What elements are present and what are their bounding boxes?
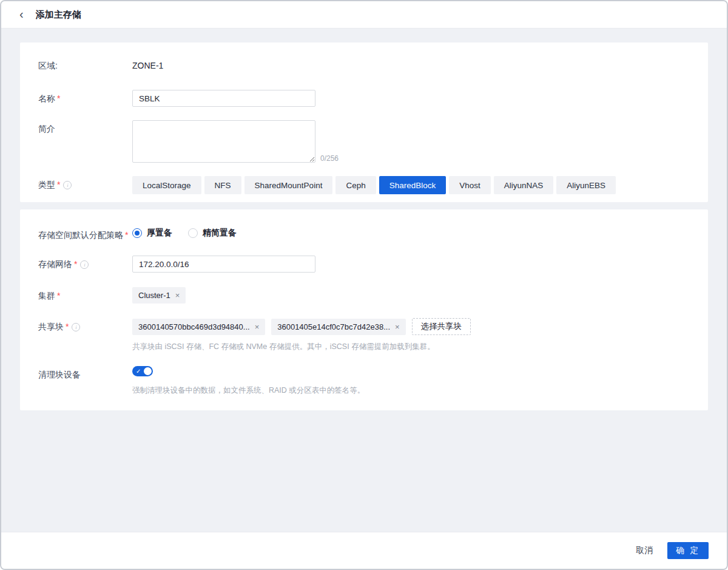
description-label: 简介 xyxy=(38,120,132,135)
char-counter: 0/256 xyxy=(320,154,339,163)
tag: 3600140570bbc469d3d94840...× xyxy=(132,319,265,335)
storage-network-input[interactable] xyxy=(132,256,315,273)
name-input[interactable] xyxy=(132,90,315,107)
cluster-label: 集群* xyxy=(38,287,132,302)
required-mark: * xyxy=(57,291,60,300)
basic-info-card: 区域: ZONE-1 名称* 简介 0/256 xyxy=(20,42,708,202)
remove-tag-icon[interactable]: × xyxy=(395,323,400,331)
name-label: 名称* xyxy=(38,90,132,104)
shared-block-help: 共享块由 iSCSI 存储、FC 存储或 NVMe 存储提供。其中，iSCSI … xyxy=(132,342,690,351)
shared-block-row: 共享块*i 3600140570bbc469d3d94840...×360014… xyxy=(38,318,690,351)
clean-device-row: 清理块设备 ✓ 强制清理块设备中的数据，如文件系统、RAID 或分区表中的签名等… xyxy=(38,366,690,395)
allocation-row: 存储空间默认分配策略* 厚置备精简置备 xyxy=(38,226,690,241)
name-row: 名称* xyxy=(38,90,690,107)
page-content: 区域: ZONE-1 名称* 简介 0/256 xyxy=(1,29,727,532)
radio-icon xyxy=(132,228,142,238)
shared-block-label: 共享块*i xyxy=(38,318,132,333)
network-row: 存储网络*i xyxy=(38,256,690,273)
radio-label: 厚置备 xyxy=(147,228,172,239)
select-shared-block-button[interactable]: 选择共享块 xyxy=(412,318,471,335)
radio-icon xyxy=(188,228,198,238)
toggle-knob xyxy=(144,367,152,375)
allocation-label: 存储空间默认分配策略* xyxy=(38,226,132,241)
page-header: ‹ 添加主存储 xyxy=(1,1,727,29)
toggle-check-icon: ✓ xyxy=(136,367,141,376)
tag-label: Cluster-1 xyxy=(138,291,170,300)
type-option-sharedblock[interactable]: SharedBlock xyxy=(379,176,447,194)
required-mark: * xyxy=(57,93,60,103)
sharedblock-settings-card: 存储空间默认分配策略* 厚置备精简置备 存储网络*i 集群* Cluster-1… xyxy=(20,209,708,410)
info-icon[interactable]: i xyxy=(63,181,72,189)
page-title: 添加主存储 xyxy=(36,9,81,21)
required-mark: * xyxy=(57,180,60,189)
description-row: 简介 0/256 xyxy=(38,120,690,163)
tag: 36001405e14cf0c7bc7d42e38...× xyxy=(271,319,405,335)
tag-label: 3600140570bbc469d3d94840... xyxy=(138,322,250,331)
type-option-aliyunebs[interactable]: AliyunEBS xyxy=(556,176,616,194)
info-icon[interactable]: i xyxy=(80,260,89,269)
type-row: 类型*i LocalStorageNFSSharedMountPointCeph… xyxy=(38,176,690,194)
required-mark: * xyxy=(74,259,77,269)
zone-label: 区域: xyxy=(38,59,132,72)
allocation-radio-0[interactable]: 厚置备 xyxy=(132,228,172,239)
type-option-ceph[interactable]: Ceph xyxy=(335,176,376,194)
allocation-radio-1[interactable]: 精简置备 xyxy=(188,228,237,239)
cancel-button[interactable]: 取消 xyxy=(636,545,653,556)
type-option-vhost[interactable]: Vhost xyxy=(449,176,491,194)
description-textarea[interactable] xyxy=(132,120,315,163)
clean-device-toggle[interactable]: ✓ xyxy=(132,366,153,376)
zone-row: 区域: ZONE-1 xyxy=(38,59,690,72)
required-mark: * xyxy=(125,230,128,240)
tag: Cluster-1× xyxy=(132,287,186,304)
remove-tag-icon[interactable]: × xyxy=(255,323,260,331)
type-label: 类型*i xyxy=(38,176,132,191)
allocation-radio-group: 厚置备精简置备 xyxy=(132,226,690,239)
info-icon[interactable]: i xyxy=(72,323,80,331)
zone-value: ZONE-1 xyxy=(132,61,163,70)
required-mark: * xyxy=(66,322,69,331)
radio-label: 精简置备 xyxy=(203,228,237,239)
remove-tag-icon[interactable]: × xyxy=(175,291,180,299)
type-option-nfs[interactable]: NFS xyxy=(204,176,241,194)
clean-device-label: 清理块设备 xyxy=(38,366,132,381)
cluster-row: 集群* Cluster-1× xyxy=(38,287,690,304)
type-options: LocalStorageNFSSharedMountPointCephShare… xyxy=(132,176,690,194)
confirm-button[interactable]: 确 定 xyxy=(667,542,709,559)
clean-device-help: 强制清理块设备中的数据，如文件系统、RAID 或分区表中的签名等。 xyxy=(132,385,690,395)
back-icon[interactable]: ‹ xyxy=(19,8,24,20)
add-primary-storage-window: ‹ 添加主存储 区域: ZONE-1 名称* 简介 xyxy=(0,0,728,570)
type-option-sharedmountpoint[interactable]: SharedMountPoint xyxy=(244,176,333,194)
shared-block-tags: 3600140570bbc469d3d94840...×36001405e14c… xyxy=(132,318,690,335)
network-label: 存储网络*i xyxy=(38,256,132,270)
type-option-localstorage[interactable]: LocalStorage xyxy=(132,176,201,194)
footer-actions: 取消 确 定 xyxy=(1,532,727,569)
tag-label: 36001405e14cf0c7bc7d42e38... xyxy=(277,322,390,331)
cluster-tags: Cluster-1× xyxy=(132,287,690,304)
type-option-aliyunnas[interactable]: AliyunNAS xyxy=(494,176,554,194)
